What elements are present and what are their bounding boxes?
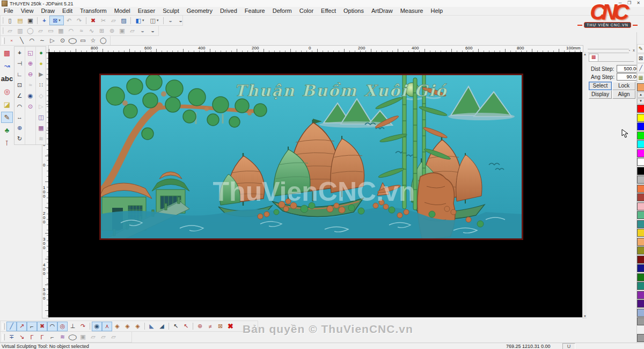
tool-icon[interactable]: ⊺ (1, 137, 13, 149)
color-swatch[interactable] (637, 264, 644, 272)
tool-icon[interactable]: ⊡ (14, 79, 25, 90)
toolbar-icon[interactable]: Γ (27, 332, 37, 342)
toolbar-icon[interactable]: ▱ (108, 16, 119, 25)
toolbar-icon[interactable]: ∓ (6, 332, 17, 342)
menu-item[interactable]: View (17, 7, 38, 15)
toolbar-grip[interactable] (2, 27, 3, 34)
toolbar-icon[interactable]: ◯ (98, 36, 108, 46)
strip-tool-icon[interactable]: ⊠ (637, 54, 644, 63)
toolbar-icon[interactable]: ⊠ (215, 322, 225, 331)
toolbar-icon[interactable]: ▦ (56, 26, 66, 35)
toolbar-icon[interactable] (90, 323, 90, 330)
color-swatch[interactable] (637, 334, 644, 342)
toolbar-icon[interactable]: ⋏ (102, 322, 112, 331)
toolbar-icon[interactable]: ▭ (46, 26, 56, 35)
toolbar-icon[interactable]: ◈ (133, 322, 143, 331)
color-swatch[interactable] (637, 140, 644, 148)
toolbar-icon[interactable]: ◧ (133, 16, 147, 25)
toolbar-icon[interactable]: ∼ (37, 36, 47, 46)
toolbar-icon[interactable]: ▥ (15, 26, 25, 35)
color-swatch[interactable] (637, 282, 644, 290)
tool-icon[interactable]: ⊕ (25, 58, 35, 69)
color-swatch[interactable] (637, 300, 644, 308)
tool-icon[interactable]: ◱ (25, 47, 35, 58)
color-swatch[interactable] (637, 317, 644, 325)
toolbar-icon[interactable]: ▱ (127, 26, 137, 35)
tool-icon[interactable]: ⊙ (25, 101, 35, 112)
toolbar-grip[interactable] (2, 38, 5, 44)
toolbar-icon[interactable]: ↖ (181, 322, 191, 331)
toolbar-icon[interactable]: ▣ (117, 26, 127, 35)
toolbar-icon[interactable]: ◈ (112, 322, 122, 331)
toolbar-icon[interactable]: ╲ (17, 36, 27, 46)
align-button[interactable]: Align (612, 90, 635, 99)
tool-icon[interactable]: ⊖ (25, 69, 35, 79)
menu-item[interactable]: Measure (397, 7, 427, 15)
menu-item[interactable]: Sculpt (159, 7, 183, 15)
tool-icon[interactable]: ● (36, 47, 46, 58)
menu-item[interactable]: Color (296, 7, 317, 15)
toolbar-icon[interactable]: ◠ (47, 322, 57, 331)
color-swatch[interactable] (637, 132, 644, 140)
toolbar-icon[interactable]: ↶ (64, 16, 74, 25)
color-swatch[interactable] (637, 220, 644, 228)
tool-icon[interactable]: ∷ (36, 79, 46, 90)
tool-icon[interactable]: ◇ (36, 90, 46, 101)
toolbar-icon[interactable]: ↗ (17, 322, 27, 331)
toolbar-icon[interactable]: ↘ (17, 332, 27, 342)
tool-icon[interactable]: ▶ (36, 69, 46, 79)
menu-item[interactable]: Model (111, 7, 134, 15)
menu-item[interactable]: Options (340, 7, 368, 15)
toolbar-icon[interactable]: × (6, 36, 17, 46)
color-swatch[interactable] (637, 291, 644, 299)
color-swatch[interactable] (637, 211, 644, 219)
toolbar-icon[interactable]: ◠ (27, 36, 37, 46)
menu-item[interactable]: Feature (241, 7, 269, 15)
toolbar-grip[interactable] (2, 323, 5, 330)
tool-icon[interactable]: ∠ (14, 90, 25, 101)
toolbar-icon[interactable]: ◒ (137, 26, 148, 35)
toolbar-icon[interactable]: ⊕ (195, 322, 205, 331)
tool-icon[interactable]: ▩ (1, 47, 13, 59)
relief-artwork[interactable]: Thuận Buồm Xuôi Gió ThuVienCNC.vn (99, 74, 523, 240)
color-swatch[interactable] (637, 122, 644, 130)
menu-item[interactable]: Draw (37, 7, 58, 15)
toolbar-icon[interactable] (193, 323, 193, 330)
toolbar-icon[interactable]: ✖ (225, 322, 236, 331)
tool-icon[interactable]: ◎ (1, 86, 13, 97)
toolbar-icon[interactable]: ◣ (147, 322, 157, 331)
canvas-viewport[interactable]: Thuận Buồm Xuôi Gió ThuVienCNC.vn (48, 52, 582, 317)
panel-grip[interactable] (588, 49, 629, 53)
toolbar-icon[interactable]: ▷ (47, 36, 57, 46)
color-swatch[interactable] (637, 246, 644, 255)
toolbar-icon[interactable]: ⌐ (27, 322, 37, 331)
tool-icon[interactable]: ✎ (1, 112, 13, 123)
menu-item[interactable]: Deform (269, 7, 296, 15)
color-swatch[interactable] (637, 167, 644, 175)
menu-item[interactable]: File (0, 7, 17, 15)
toolbar-icon[interactable]: ↖ (171, 322, 181, 331)
tool-icon[interactable]: ⊣ (14, 58, 25, 69)
toolbar-icon[interactable]: ◒ (175, 16, 186, 25)
toolbar-icon[interactable]: ↷ (74, 16, 84, 25)
toolbar-icon[interactable]: ▤ (15, 16, 25, 25)
color-swatch[interactable] (637, 193, 644, 201)
color-swatch[interactable] (637, 309, 644, 317)
color-swatch[interactable] (637, 176, 644, 184)
strip-tool-icon[interactable]: ╱ (637, 63, 644, 72)
toolbar-icon[interactable] (144, 323, 145, 330)
toolbar-icon[interactable]: ◠ (66, 26, 76, 35)
toolbar-icon[interactable]: ◒ (165, 16, 175, 25)
toolbar-icon[interactable]: ∿ (86, 26, 97, 35)
toolbar-icon[interactable]: ✖ (88, 16, 98, 25)
toolbar-icon[interactable]: ▣ (25, 16, 35, 25)
color-swatch[interactable] (637, 158, 644, 166)
current-color-swatch[interactable] (637, 83, 644, 91)
color-swatch[interactable] (637, 238, 644, 246)
color-swatch[interactable] (637, 105, 644, 113)
toolbar-icon[interactable]: + (39, 16, 49, 25)
menu-item[interactable]: Edit (58, 7, 76, 15)
select-button[interactable]: Select (589, 82, 612, 90)
menu-item[interactable]: Geometry (183, 7, 216, 15)
toolbar-icon[interactable]: ◉ (92, 322, 102, 331)
